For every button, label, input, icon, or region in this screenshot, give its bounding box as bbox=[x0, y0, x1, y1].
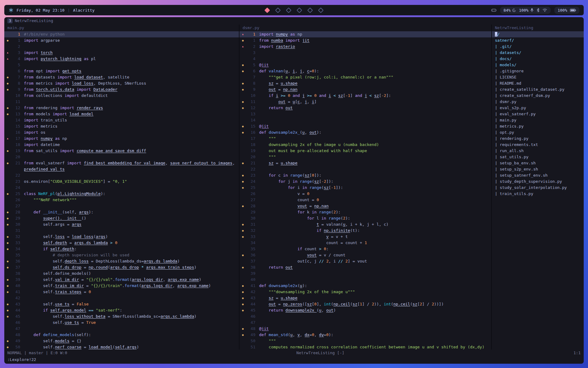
code-line[interactable]: ●36 self.depth_loss = DepthLoss(lambda_d… bbox=[4, 258, 239, 264]
code-line[interactable]: ●21 sz = u.shape bbox=[239, 160, 491, 166]
code-line[interactable]: 11 bbox=[4, 99, 239, 105]
code-line[interactable]: 5 bbox=[4, 62, 239, 68]
code-line[interactable]: 10from collections import defaultdict bbox=[4, 93, 239, 99]
code-line[interactable]: 26 """NeRF network""" bbox=[4, 197, 239, 203]
code-line[interactable]: predefined_val_ts bbox=[4, 166, 239, 172]
code-line[interactable]: 51 computes normalized cross correlation… bbox=[239, 344, 491, 350]
code-line[interactable]: 30 for l in range(2): bbox=[239, 215, 491, 221]
code-line[interactable]: 47 bbox=[239, 320, 491, 326]
code-line[interactable]: ●5@jit bbox=[239, 62, 491, 68]
code-line[interactable]: ●43 sz = u.shape bbox=[239, 295, 491, 301]
code-line[interactable]: 29 for k in range(2): bbox=[239, 209, 491, 215]
tree-item[interactable]: | study_solar_interpolation.py bbox=[492, 185, 584, 191]
workspace-diamond[interactable] bbox=[318, 7, 323, 13]
code-line[interactable]: ●50 self.nerf_coarse = load_model(self.a… bbox=[4, 344, 239, 350]
code-line[interactable]: 22 bbox=[4, 172, 239, 178]
controller-icon[interactable] bbox=[491, 8, 496, 12]
code-line[interactable]: ▲2import rasterio bbox=[239, 44, 491, 50]
code-line[interactable]: ●11 out = u[c, j, i] bbox=[239, 99, 491, 105]
code-line[interactable]: 27 count = 0 bbox=[239, 197, 491, 203]
tree-item[interactable]: | docs/ bbox=[492, 56, 584, 62]
code-line[interactable]: 37 out[c, j // 2, i // 2] = vout bbox=[239, 258, 491, 264]
tree-item[interactable]: | .gitignore bbox=[492, 68, 584, 74]
code-line[interactable]: 14 bbox=[239, 117, 491, 123]
code-line[interactable]: 16import os bbox=[4, 129, 239, 136]
tree-item[interactable]: | create_satellite_dataset.py bbox=[492, 86, 584, 93]
code-line[interactable]: 10 if i >= 0 and j >= 0 and i < sz[-1] a… bbox=[239, 93, 491, 99]
tree-item[interactable]: | dsmr.py bbox=[492, 99, 584, 105]
battery-indicator[interactable]: 100% bbox=[554, 7, 579, 14]
workspace-diamond[interactable] bbox=[275, 7, 281, 13]
code-line[interactable]: ●15@jit bbox=[239, 123, 491, 129]
code-line[interactable]: ●32 self.loss = load_loss(args) bbox=[4, 234, 239, 240]
code-line[interactable]: ●45 self.loss_without_beta = SNerfLoss(l… bbox=[4, 313, 239, 320]
tabline[interactable]: 3NetrwTreeListing bbox=[4, 17, 584, 25]
system-tray[interactable]: 84% 100% bbox=[500, 7, 551, 14]
tree-item[interactable]: | create_satnerf_dsm.py bbox=[492, 93, 584, 99]
code-line[interactable]: ●33 v = v + t bbox=[239, 234, 491, 240]
code-line[interactable]: 2 bbox=[4, 44, 239, 50]
code-line[interactable]: 46 self.use_ts = True bbox=[4, 320, 239, 326]
code-line[interactable]: 20 bbox=[4, 154, 239, 160]
code-line[interactable]: 50 """ bbox=[239, 338, 491, 344]
code-line[interactable]: 35 # depth supervision will be used bbox=[4, 252, 239, 258]
code-line[interactable]: ▲1import numpy as np bbox=[239, 31, 491, 37]
wifi-icon[interactable] bbox=[542, 8, 547, 12]
workspace-diamond-active[interactable] bbox=[264, 7, 270, 13]
code-line[interactable]: ●8 sz = u.shape bbox=[239, 80, 491, 86]
code-line[interactable]: 42 bbox=[4, 295, 239, 301]
code-line[interactable]: ●37 self.ds_drop = np.round(args.ds_drop… bbox=[4, 264, 239, 270]
code-line[interactable]: ●24 for j in range(sz[-2]): bbox=[239, 178, 491, 185]
nix-logo-icon[interactable] bbox=[9, 8, 13, 13]
code-line[interactable]: ●48@jit bbox=[239, 326, 491, 332]
code-line[interactable]: ▲4import pytorch_lightning as pl bbox=[4, 56, 239, 62]
code-line[interactable]: 47 bbox=[4, 326, 239, 332]
workspace-diamond[interactable] bbox=[296, 7, 302, 13]
code-line[interactable]: 20 """ bbox=[239, 154, 491, 160]
code-line[interactable]: 15import metrics bbox=[4, 123, 239, 129]
code-line[interactable]: ●40 self.train_im_dir = "{}/{}/train".fo… bbox=[4, 283, 239, 289]
code-line[interactable]: 1#!/bin/env python bbox=[4, 31, 239, 37]
tree-item[interactable]: | study_depth_supervision.py bbox=[492, 178, 584, 185]
code-line[interactable]: 23os.environ["CUDA_VISIBLE_DEVICES"] = "… bbox=[4, 178, 239, 185]
code-line[interactable]: 38 self.define_models() bbox=[4, 270, 239, 277]
tree-item[interactable]: ./ bbox=[492, 31, 584, 37]
code-line[interactable]: 26 v = 0 bbox=[239, 191, 491, 197]
winbar-netrw[interactable]: NetrwTreeListing bbox=[492, 25, 584, 31]
code-line[interactable]: ●42 """downsampling 2x of the image u""" bbox=[239, 289, 491, 295]
code-line[interactable]: ●44 out = np.zeros([sz[0], int(np.ceil(s… bbox=[239, 301, 491, 307]
workspace-diamond[interactable] bbox=[307, 7, 313, 13]
tree-item[interactable]: satnerf/ bbox=[492, 37, 584, 44]
tree-item[interactable]: | requirements.txt bbox=[492, 142, 584, 148]
code-line[interactable]: ●39 self.val_im_dir = "{}/{}/val".format… bbox=[4, 277, 239, 283]
code-line[interactable]: ●28 vout = np.nan bbox=[239, 203, 491, 209]
code-line[interactable]: ●25class NeRF_pl(pl.LightningModule): bbox=[4, 191, 239, 197]
code-line[interactable]: 24 bbox=[4, 185, 239, 191]
code-line[interactable]: 27 bbox=[4, 203, 239, 209]
code-line[interactable]: ●28 def __init__(self, args): bbox=[4, 209, 239, 215]
code-line[interactable]: ●9 out = np.nan bbox=[239, 86, 491, 93]
code-line[interactable]: ●49def mean_std(u, v, dx=0, dy=0): bbox=[239, 332, 491, 338]
code-line[interactable]: ●21from eval_satnerf import find_best_em… bbox=[4, 160, 239, 166]
bluetooth-icon[interactable] bbox=[537, 8, 540, 12]
tree-item[interactable]: | train_utils.py bbox=[492, 191, 584, 197]
tree-item[interactable]: | setup_ba_env.sh bbox=[492, 160, 584, 166]
code-line[interactable]: 48 def define_models(self): bbox=[4, 332, 239, 338]
tree-item[interactable]: | .git/ bbox=[492, 44, 584, 50]
code-line[interactable]: 6from opt import get_opts bbox=[4, 68, 239, 74]
tree-item[interactable]: | eval_satnerf.py bbox=[492, 111, 584, 117]
workspace-diamond[interactable] bbox=[286, 7, 291, 13]
code-line[interactable]: ●33 self.depth = args.ds_lambda > 0 bbox=[4, 240, 239, 246]
code-line[interactable]: ●19from sat_utils import compute_mae_and… bbox=[4, 148, 239, 154]
code-line[interactable]: ●25 for i in range(sz[-1]): bbox=[239, 185, 491, 191]
command-line[interactable]: :Lexplore!22 bbox=[4, 356, 584, 364]
tree-item[interactable]: | models/ bbox=[492, 62, 584, 68]
tree-item[interactable]: | opt.py bbox=[492, 129, 584, 136]
code-line[interactable]: 13 bbox=[239, 111, 491, 117]
code-line[interactable]: ●41 self.train_steps = 0 bbox=[4, 289, 239, 295]
code-line[interactable]: ●32 if np.isfinite(t): bbox=[239, 228, 491, 234]
code-line[interactable]: ●29 super().__init__() bbox=[4, 215, 239, 221]
code-line[interactable]: 22 bbox=[239, 166, 491, 172]
code-line[interactable]: ●38 return out bbox=[239, 264, 491, 270]
code-line[interactable]: ●6def valnan(u, i, j, c=0): bbox=[239, 68, 491, 74]
